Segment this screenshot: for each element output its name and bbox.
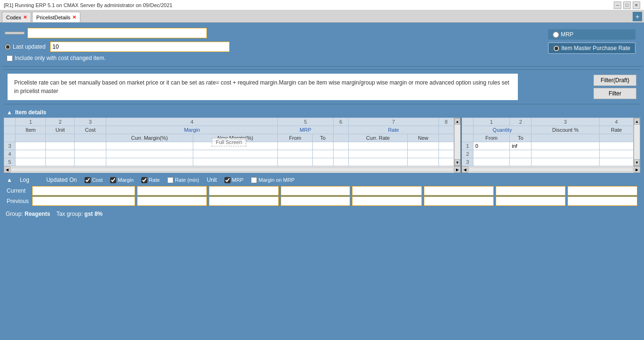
previous-cost[interactable] bbox=[137, 196, 207, 206]
margin-checkbox-label[interactable]: Margin bbox=[110, 177, 134, 183]
r-cell-3-from[interactable] bbox=[473, 158, 510, 166]
cell-5-7[interactable] bbox=[312, 158, 333, 166]
cell-3-4[interactable] bbox=[106, 142, 193, 150]
cell-3-11[interactable] bbox=[438, 142, 454, 150]
cell-3-7[interactable] bbox=[312, 142, 333, 150]
v-scroll-track[interactable] bbox=[455, 125, 460, 159]
previous-rate-min[interactable] bbox=[352, 196, 422, 206]
margin-on-mrp-checkbox[interactable] bbox=[251, 177, 257, 183]
include-only-checkbox[interactable] bbox=[7, 55, 13, 61]
include-only-label[interactable]: Include only with cost changed item. bbox=[5, 55, 106, 61]
cell-5-2[interactable] bbox=[46, 158, 75, 166]
cell-4-3[interactable] bbox=[75, 150, 106, 158]
minimize-button[interactable]: ─ bbox=[614, 1, 621, 9]
current-rate-min[interactable] bbox=[352, 186, 422, 196]
cell-4-10[interactable] bbox=[408, 150, 439, 158]
rate-min-checkbox[interactable] bbox=[167, 177, 173, 183]
cell-3-8[interactable] bbox=[333, 142, 348, 150]
cell-4-5[interactable] bbox=[193, 150, 278, 158]
cell-3-2[interactable] bbox=[46, 142, 75, 150]
cell-4-9[interactable] bbox=[348, 150, 407, 158]
cell-5-3[interactable] bbox=[75, 158, 106, 166]
top-input[interactable] bbox=[27, 28, 207, 38]
h-scroll-left[interactable]: ◀ bbox=[4, 166, 10, 173]
mrp-log-checkbox[interactable] bbox=[224, 177, 231, 183]
rate-checkbox[interactable] bbox=[141, 177, 147, 183]
r-cell-3-rate[interactable] bbox=[600, 158, 634, 166]
r-cell-3-discount[interactable] bbox=[532, 158, 600, 166]
cell-5-6[interactable] bbox=[278, 158, 313, 166]
cell-5-10[interactable] bbox=[408, 158, 439, 166]
cell-4-11[interactable] bbox=[438, 150, 454, 158]
h-scroll-track-left[interactable] bbox=[11, 168, 454, 171]
cell-4-6[interactable] bbox=[278, 150, 313, 158]
r-cell-2-to[interactable] bbox=[510, 150, 532, 158]
cell-3-6[interactable] bbox=[278, 142, 313, 150]
current-cost[interactable] bbox=[137, 186, 207, 196]
mrp-radio[interactable] bbox=[553, 32, 559, 38]
r-v-scroll-down[interactable]: ▼ bbox=[634, 159, 640, 166]
cell-5-4[interactable] bbox=[106, 158, 193, 166]
v-scroll-up[interactable]: ▲ bbox=[455, 118, 460, 125]
rate-min-checkbox-label[interactable]: Rate (min) bbox=[167, 177, 199, 183]
current-mrp[interactable] bbox=[496, 186, 566, 196]
cell-5-8[interactable] bbox=[333, 158, 348, 166]
mrp-radio-label[interactable]: MRP bbox=[548, 29, 635, 40]
cell-5-9[interactable] bbox=[348, 158, 407, 166]
cell-5-11[interactable] bbox=[438, 158, 454, 166]
last-updated-label[interactable]: Last updated bbox=[5, 43, 47, 50]
r-v-scroll-track[interactable] bbox=[634, 125, 640, 159]
cell-3-9[interactable] bbox=[348, 142, 407, 150]
right-v-scrollbar[interactable]: ▲ ▼ bbox=[634, 118, 640, 166]
r-cell-1-discount[interactable] bbox=[532, 142, 600, 150]
close-button[interactable]: ✕ bbox=[633, 1, 640, 9]
mrp-log-checkbox-label[interactable]: MRP bbox=[224, 177, 243, 183]
item-master-radio-label[interactable]: Item Master Purchase Rate bbox=[548, 42, 635, 54]
r-v-scroll-up[interactable]: ▲ bbox=[634, 118, 640, 125]
cell-4-7[interactable] bbox=[312, 150, 333, 158]
r-cell-2-rate[interactable] bbox=[600, 150, 634, 158]
r-h-scroll-left[interactable]: ◀ bbox=[462, 166, 468, 173]
r-h-scroll-right[interactable]: ▶ bbox=[634, 166, 640, 173]
maximize-button[interactable]: □ bbox=[623, 1, 631, 9]
current-rate[interactable] bbox=[281, 186, 351, 196]
add-tab-button[interactable]: + bbox=[633, 12, 642, 21]
cell-4-4[interactable] bbox=[106, 150, 193, 158]
r-cell-1-rate[interactable] bbox=[600, 142, 634, 150]
log-toggle[interactable]: ▲ bbox=[7, 177, 12, 183]
cell-5-1[interactable] bbox=[16, 158, 46, 166]
filter-button[interactable]: Filter bbox=[593, 88, 636, 99]
r-cell-3-to[interactable] bbox=[510, 158, 532, 166]
tab-codex-close[interactable]: ✕ bbox=[23, 15, 27, 20]
cell-4-8[interactable] bbox=[333, 150, 348, 158]
current-unit[interactable] bbox=[424, 186, 494, 196]
h-scroll-track-right[interactable] bbox=[469, 168, 633, 171]
previous-rate[interactable] bbox=[281, 196, 351, 206]
last-updated-radio[interactable] bbox=[5, 44, 11, 50]
cell-4-2[interactable] bbox=[46, 150, 75, 158]
right-h-scrollbar[interactable]: ◀ ▶ bbox=[462, 166, 640, 173]
cell-3-5[interactable] bbox=[193, 142, 278, 150]
current-margin[interactable] bbox=[209, 186, 279, 196]
filter-draft-button[interactable]: Filter(Draft) bbox=[593, 75, 636, 86]
previous-margin-on-mrp[interactable] bbox=[567, 196, 637, 206]
tab-pricelist[interactable]: PricelistDetails ✕ bbox=[32, 12, 80, 22]
collapse-icon[interactable]: ▲ bbox=[7, 109, 12, 116]
r-cell-2-discount[interactable] bbox=[532, 150, 600, 158]
left-h-scrollbar[interactable]: ◀ ▶ bbox=[4, 166, 461, 173]
tab-pricelist-close[interactable]: ✕ bbox=[72, 15, 76, 20]
r-cell-1-from[interactable]: 0 bbox=[473, 142, 510, 150]
previous-margin[interactable] bbox=[209, 196, 279, 206]
cell-5-5[interactable] bbox=[193, 158, 278, 166]
cell-3-10[interactable] bbox=[408, 142, 439, 150]
previous-mrp[interactable] bbox=[496, 196, 566, 206]
current-updated-on[interactable] bbox=[32, 186, 135, 196]
cell-3-1[interactable] bbox=[16, 142, 46, 150]
tab-codex[interactable]: Codex ✕ bbox=[2, 12, 31, 22]
button-1[interactable] bbox=[5, 32, 25, 34]
left-v-scrollbar[interactable]: ▲ ▼ bbox=[454, 118, 461, 166]
previous-unit[interactable] bbox=[424, 196, 494, 206]
v-scroll-down[interactable]: ▼ bbox=[455, 159, 460, 166]
cost-checkbox[interactable] bbox=[85, 177, 91, 183]
r-cell-1-to[interactable]: inf bbox=[510, 142, 532, 150]
